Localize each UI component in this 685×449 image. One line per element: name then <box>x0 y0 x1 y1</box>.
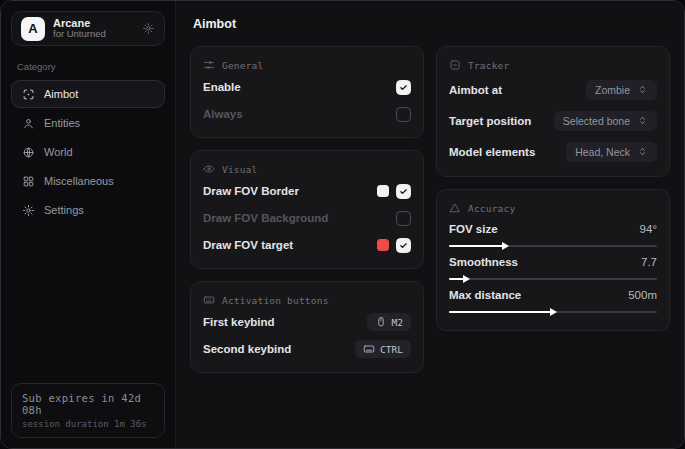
section-title: Visual <box>222 164 258 175</box>
setting-label: Always <box>203 108 243 120</box>
general-card-head: General <box>203 59 411 71</box>
chevrons-up-down-icon <box>637 115 648 126</box>
slider-thumb[interactable] <box>550 308 557 316</box>
fov-background-checkbox[interactable] <box>396 211 411 226</box>
model-elements-select[interactable]: Head, Neck <box>566 142 657 162</box>
slider-smoothness: Smoothness 7.7 <box>449 256 657 280</box>
setting-row-target-position: Target position Selected bone <box>449 108 657 133</box>
setting-label: Draw FOV Border <box>203 185 299 197</box>
max-distance-slider-track[interactable] <box>449 311 657 313</box>
logo-card: A Arcane for Unturned <box>11 11 165 46</box>
setting-label: Target position <box>449 115 531 127</box>
category-label: Category <box>17 61 161 72</box>
setting-row-always: Always <box>203 103 411 125</box>
sidebar-item-world[interactable]: World <box>11 138 165 166</box>
target-box-icon <box>449 59 461 71</box>
sidebar-item-miscellaneous[interactable]: Miscellaneous <box>11 167 165 195</box>
section-title: General <box>222 60 263 71</box>
slider-label: FOV size <box>449 223 498 235</box>
app-subtitle: for Unturned <box>53 29 106 40</box>
sync-gear-icon[interactable] <box>142 22 155 35</box>
grid-icon <box>22 175 35 188</box>
color-swatch-white[interactable] <box>377 185 389 197</box>
section-title: Accuracy <box>468 203 515 214</box>
visual-card: Visual Draw FOV Border Draw FOV Backgrou… <box>190 150 424 269</box>
page-title: Aimbot <box>193 17 670 31</box>
slider-value: 94° <box>640 223 657 235</box>
slider-fov-size: FOV size 94° <box>449 223 657 247</box>
setting-label: Enable <box>203 81 241 93</box>
main-panel: Aimbot General Enable <box>176 1 684 448</box>
tracker-card-head: Tracker <box>449 59 657 71</box>
slider-value: 7.7 <box>641 256 657 268</box>
setting-row-fov-background: Draw FOV Background <box>203 207 411 229</box>
sidebar-item-label: Settings <box>44 204 84 216</box>
color-swatch-red[interactable] <box>377 239 389 251</box>
slider-value: 500m <box>628 289 657 301</box>
slider-thumb[interactable] <box>463 275 470 283</box>
general-card: General Enable Always <box>190 46 424 138</box>
globe-icon <box>22 146 35 159</box>
smoothness-slider-track[interactable] <box>449 278 657 280</box>
app-window: A Arcane for Unturned Category Aimbot En… <box>0 0 685 449</box>
enable-checkbox[interactable] <box>396 80 411 95</box>
setting-row-model-elements: Model elements Head, Neck <box>449 139 657 164</box>
entity-person-icon <box>22 117 35 130</box>
always-checkbox[interactable] <box>396 107 411 122</box>
sidebar-item-settings[interactable]: Settings <box>11 196 165 224</box>
setting-row-fov-target: Draw FOV target <box>203 234 411 256</box>
triangle-icon <box>449 202 461 214</box>
section-title: Activation buttons <box>222 295 329 306</box>
visual-card-head: Visual <box>203 163 411 175</box>
select-value: Zombie <box>595 84 630 96</box>
eye-icon <box>203 163 215 175</box>
sidebar-item-label: World <box>44 146 73 158</box>
target-position-select[interactable]: Selected bone <box>554 111 657 131</box>
right-column: Tracker Aimbot at Zombie <box>436 46 670 331</box>
second-keybind-button[interactable]: CTRL <box>355 340 411 358</box>
activation-card-head: Activation buttons <box>203 294 411 306</box>
subscription-status-card: Sub expires in 42d 08h session duration … <box>11 383 165 438</box>
setting-label: First keybind <box>203 316 275 328</box>
slider-fill <box>449 311 551 313</box>
session-duration-text: session duration 1m 36s <box>22 419 154 429</box>
setting-row-second-keybind: Second keybind CTRL <box>203 338 411 360</box>
section-title: Tracker <box>468 60 509 71</box>
sidebar-item-aimbot[interactable]: Aimbot <box>11 80 165 108</box>
setting-row-enable: Enable <box>203 76 411 98</box>
tracker-card: Tracker Aimbot at Zombie <box>436 46 670 177</box>
keyboard-icon <box>363 343 375 355</box>
fov-target-checkbox[interactable] <box>396 238 411 253</box>
accuracy-card-head: Accuracy <box>449 202 657 214</box>
aimbot-at-select[interactable]: Zombie <box>586 80 657 100</box>
setting-row-aimbot-at: Aimbot at Zombie <box>449 77 657 102</box>
first-keybind-button[interactable]: M2 <box>367 313 411 331</box>
slider-label: Max distance <box>449 289 521 301</box>
gear-icon <box>22 204 35 217</box>
app-logo: A <box>21 17 45 41</box>
chevrons-up-down-icon <box>637 146 648 157</box>
sidebar-item-label: Entities <box>44 117 80 129</box>
select-value: Head, Neck <box>575 146 630 158</box>
accuracy-card: Accuracy FOV size 94° <box>436 189 670 331</box>
keybind-value: CTRL <box>380 344 403 355</box>
slider-fill <box>449 245 503 247</box>
activation-card: Activation buttons First keybind M2 <box>190 281 424 373</box>
slider-label: Smoothness <box>449 256 518 268</box>
content-columns: General Enable Always <box>190 46 670 373</box>
fov-border-checkbox[interactable] <box>396 184 411 199</box>
sidebar-item-entities[interactable]: Entities <box>11 109 165 137</box>
sidebar: A Arcane for Unturned Category Aimbot En… <box>1 1 176 448</box>
setting-label: Model elements <box>449 146 535 158</box>
keyboard-icon <box>203 294 215 306</box>
chevrons-up-down-icon <box>637 84 648 95</box>
setting-row-first-keybind: First keybind M2 <box>203 311 411 333</box>
slider-fill <box>449 278 464 280</box>
setting-label: Draw FOV target <box>203 239 293 251</box>
fov-size-slider-track[interactable] <box>449 245 657 247</box>
sidebar-item-label: Miscellaneous <box>44 175 114 187</box>
sliders-icon <box>203 59 215 71</box>
setting-row-fov-border: Draw FOV Border <box>203 180 411 202</box>
slider-max-distance: Max distance 500m <box>449 289 657 313</box>
slider-thumb[interactable] <box>502 242 509 250</box>
